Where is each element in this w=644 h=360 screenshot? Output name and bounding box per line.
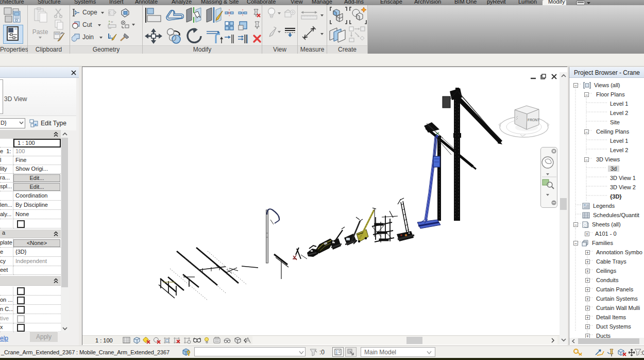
svg-text:FRONT: FRONT — [528, 118, 539, 122]
svg-text:w: w — [110, 20, 113, 23]
